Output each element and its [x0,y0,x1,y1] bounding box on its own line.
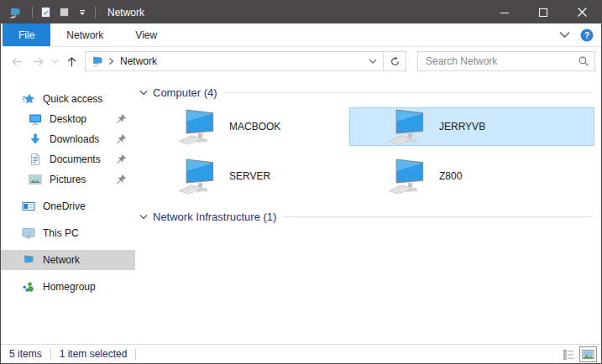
computer-tile-jerryvb[interactable]: JERRYVB [349,107,594,146]
new-folder-icon [59,7,70,18]
sidebar-item-pictures[interactable]: Pictures [1,169,135,190]
group-header-computer-4[interactable]: Computer (4) [139,84,596,101]
large-buttons-view-icon[interactable] [579,346,597,362]
tab-file[interactable]: File [3,23,50,46]
maximize-button[interactable] [524,1,563,23]
sidebar-item-homegroup[interactable]: Homegroup [1,277,135,297]
sidebar-item-network[interactable]: Network [1,250,135,270]
search-button[interactable] [572,52,594,70]
desktop-icon [29,112,42,126]
sidebar-item-label: Quick access [43,93,102,105]
items-count: 5 items [9,348,42,360]
address-dropdown-button[interactable] [363,52,383,70]
refresh-button[interactable] [384,52,406,70]
sidebar-item-label: Downloads [50,133,99,145]
back-button[interactable] [7,51,28,72]
chevron-down-icon [51,59,59,64]
search-icon [578,55,589,67]
sidebar-item-label: Desktop [50,113,86,125]
titlebar[interactable]: Network [1,1,601,23]
ribbon-right: ? [559,23,601,46]
svg-text:?: ? [584,30,589,39]
sidebar-item-label: This PC [43,227,79,239]
onedrive-icon [22,200,35,213]
sidebar-item-label: Pictures [50,174,86,185]
sidebar-item-label: OneDrive [43,200,86,212]
view-toggles [558,346,601,362]
breadcrumb-chevron-icon[interactable] [108,57,114,65]
homegroup-icon [22,280,35,294]
close-icon [578,8,587,17]
computer-tile-z800[interactable]: Z800 [349,157,594,195]
group-header-rule [225,92,593,93]
search-input[interactable] [418,55,572,67]
computer-tile-macbook[interactable]: MACBOOK [139,107,349,146]
chevron-down-icon [139,214,148,220]
computer-name: MACBOOK [229,121,280,133]
minimize-icon [500,8,509,17]
network-icon [22,253,35,267]
back-arrow-icon [11,55,24,68]
sidebar-item-quick-access[interactable]: Quick access [1,89,135,109]
forward-button[interactable] [28,51,49,72]
navigation-toolbar: Network [1,47,601,75]
recent-locations-button[interactable] [49,51,61,72]
computer-icon [387,158,427,195]
computer-icon [177,158,217,195]
sidebar-item-label: Homegroup [43,281,96,293]
minimize-button[interactable] [485,1,524,23]
up-arrow-icon [65,55,78,68]
tab-view[interactable]: View [119,23,173,46]
tile-grid: MACBOOKJERRYVBSERVERZ800 [139,107,596,195]
up-button[interactable] [61,51,82,72]
window-controls [485,1,601,23]
group-header-rule [284,216,593,217]
address-bar[interactable]: Network [85,51,406,71]
pictures-icon [29,173,42,186]
new-folder-button[interactable] [55,1,73,23]
computer-name: SERVER [229,170,270,182]
quick-access-icon [22,92,35,106]
sidebar-item-documents[interactable]: Documents [1,149,135,169]
this-pc-icon [22,226,35,240]
sidebar-item-this-pc[interactable]: This PC [1,223,135,243]
sidebar-item-onedrive[interactable]: OneDrive [1,196,135,216]
tab-network[interactable]: Network [50,23,119,46]
group-header-label: Computer (4) [153,86,217,99]
group-header-network-infrastructure-1[interactable]: Network Infrastructure (1) [139,208,596,225]
ribbon-tabs: FileNetworkView [3,23,173,46]
details-view-button[interactable] [560,346,578,362]
help-button[interactable]: ? [580,29,594,42]
computer-icon [177,108,217,145]
pin-icon [114,153,128,166]
properties-icon [40,7,51,18]
toolbar-dropdown-button[interactable] [73,1,92,23]
sidebar-item-downloads[interactable]: Downloads [1,129,135,149]
pin-icon [114,112,128,126]
computer-name: JERRYVB [439,121,485,133]
status-bar: 5 items 1 item selected [1,344,601,363]
ribbon-collapse-button[interactable] [559,29,570,40]
status-separator [135,348,136,360]
sidebar: Quick accessDesktopDownloadsDocumentsPic… [1,75,135,344]
group-header-label: Network Infrastructure (1) [153,211,276,223]
maximize-icon [539,8,547,17]
location-network-icon [91,55,104,68]
status-separator [50,348,51,360]
toolbar-dropdown-icon [79,9,86,16]
large-icons-view-icon [582,348,594,361]
properties-button[interactable] [36,1,55,23]
titlebar-separator [32,6,33,18]
close-button[interactable] [563,1,601,23]
details-view-icon [563,348,575,361]
ribbon-bar: FileNetworkView ? [1,23,601,47]
selection-count: 1 item selected [60,348,128,360]
downloads-icon [29,133,42,146]
breadcrumb-location[interactable]: Network [120,55,363,67]
sidebar-item-label: Documents [50,153,101,165]
refresh-icon [390,56,400,67]
computer-name: Z800 [439,170,462,182]
sidebar-item-desktop[interactable]: Desktop [1,109,135,129]
computer-tile-server[interactable]: SERVER [139,157,349,195]
search-box[interactable] [417,51,595,71]
